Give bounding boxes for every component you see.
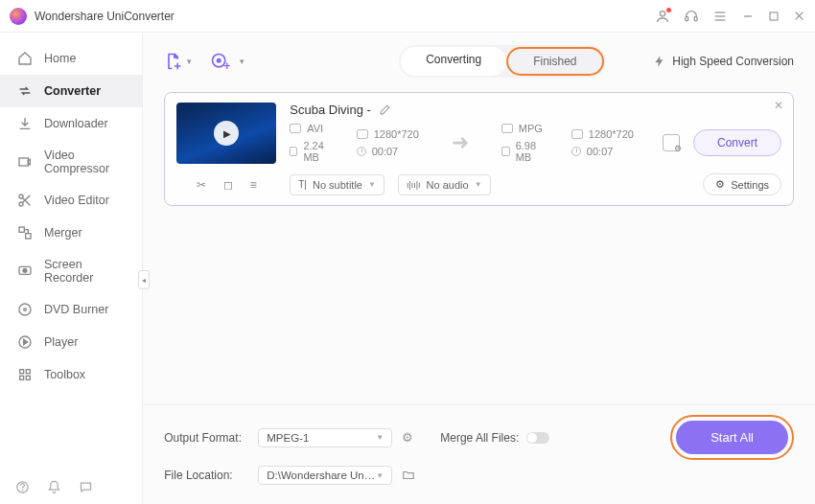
open-folder-icon[interactable] [402, 469, 415, 482]
add-disc-button[interactable]: +▼ [210, 52, 245, 71]
sidebar: HomeConverterDownloaderVideo CompressorV… [0, 33, 143, 504]
dst-size: 6.98 MB [516, 140, 543, 163]
more-icon[interactable]: ≡ [250, 178, 257, 192]
dst-res: 1280*720 [589, 128, 634, 140]
convert-button[interactable]: Convert [693, 129, 781, 156]
clock-icon [571, 147, 581, 156]
merge-icon [17, 225, 33, 241]
sidebar-item-label: Home [44, 52, 76, 65]
sidebar-item-video-compressor[interactable]: Video Compressor [0, 140, 142, 184]
audio-value: No audio [427, 179, 469, 191]
play-icon: ▶ [214, 121, 239, 146]
sidebar-item-label: Video Editor [44, 194, 109, 207]
sidebar-item-player[interactable]: Player [0, 326, 142, 358]
crop-icon[interactable]: ◻ [223, 178, 233, 192]
card-close-icon[interactable]: ✕ [774, 99, 783, 112]
sidebar-item-label: DVD Burner [44, 303, 108, 316]
sidebar-item-downloader[interactable]: Downloader [0, 107, 142, 140]
svg-rect-1 [686, 16, 688, 20]
maximize-icon[interactable] [768, 11, 780, 22]
sidebar-item-label: Toolbox [44, 368, 85, 381]
output-format-dropdown[interactable]: MPEG-1▼ [258, 428, 392, 447]
sidebar-item-converter[interactable]: Converter [0, 75, 142, 107]
sidebar-item-label: Player [44, 335, 78, 349]
headset-icon[interactable] [684, 9, 699, 24]
add-file-button[interactable]: ▼ [164, 52, 193, 71]
titlebar: Wondershare UniConverter [0, 0, 815, 33]
output-format-label: Output Format: [164, 431, 248, 445]
dst-dur: 00:07 [587, 146, 614, 157]
user-icon[interactable] [655, 9, 670, 24]
bolt-icon [653, 55, 666, 68]
sidebar-item-home[interactable]: Home [0, 42, 142, 75]
help-icon[interactable] [15, 480, 30, 494]
svg-rect-14 [26, 234, 31, 239]
folder-icon [290, 147, 297, 156]
grid-icon [17, 367, 33, 382]
subtitle-icon: T| [298, 179, 307, 190]
tab-converting[interactable]: Converting [401, 47, 506, 76]
svg-point-27 [218, 59, 221, 62]
res-icon [571, 129, 583, 139]
play-icon [17, 334, 33, 350]
tab-group: Converting Finished [399, 45, 605, 78]
svg-point-12 [19, 202, 23, 206]
subtitle-value: No subtitle [313, 179, 362, 191]
svg-rect-22 [20, 376, 24, 379]
clock-icon [357, 147, 366, 156]
compress-icon [17, 154, 33, 170]
convert-icon [17, 83, 33, 99]
menu-icon[interactable] [712, 9, 728, 24]
svg-rect-20 [20, 370, 24, 374]
home-icon [17, 51, 33, 66]
subtitle-dropdown[interactable]: T| No subtitle ▼ [290, 174, 384, 195]
audio-dropdown[interactable]: ı|ıı|ı No audio ▼ [398, 174, 491, 195]
sidebar-item-dvd-burner[interactable]: DVD Burner [0, 293, 142, 326]
file-location-dropdown[interactable]: D:\Wondershare UniConverter▼ [258, 466, 392, 485]
sidebar-item-toolbox[interactable]: Toolbox [0, 358, 142, 391]
svg-rect-13 [19, 227, 24, 232]
res-icon [357, 129, 368, 139]
src-format: AVI [307, 123, 323, 134]
scissors-icon [17, 193, 33, 208]
svg-rect-23 [26, 376, 30, 379]
merge-switch[interactable] [526, 432, 549, 444]
tab-finished[interactable]: Finished [506, 47, 603, 76]
sidebar-item-label: Converter [44, 84, 101, 98]
format-icon [501, 124, 513, 133]
svg-point-18 [24, 309, 27, 311]
bell-icon[interactable] [47, 480, 61, 494]
merge-label: Merge All Files: [440, 431, 519, 445]
feedback-icon[interactable] [79, 480, 93, 494]
arrow-icon: ➜ [448, 130, 473, 155]
sidebar-item-video-editor[interactable]: Video Editor [0, 184, 142, 217]
start-all-button[interactable]: Start All [676, 421, 788, 454]
sidebar-item-label: Downloader [44, 117, 108, 130]
src-dur: 00:07 [372, 146, 399, 157]
format-gear-icon[interactable]: ⚙ [402, 430, 413, 445]
download-icon [17, 116, 33, 131]
dst-format: MPG [519, 123, 543, 134]
svg-rect-10 [19, 158, 28, 166]
sidebar-item-merger[interactable]: Merger [0, 217, 142, 249]
high-speed-toggle[interactable]: High Speed Conversion [653, 55, 794, 68]
sidebar-item-screen-recorder[interactable]: Screen Recorder [0, 249, 142, 293]
settings-button[interactable]: ⚙ Settings [703, 173, 781, 195]
svg-point-16 [23, 268, 27, 272]
svg-rect-2 [694, 16, 697, 20]
target-format-icon[interactable] [663, 134, 680, 151]
sidebar-item-label: Screen Recorder [44, 258, 125, 285]
minimize-icon[interactable] [741, 10, 755, 23]
app-title: Wondershare UniConverter [35, 10, 175, 23]
cut-icon[interactable]: ✂ [197, 178, 206, 192]
video-title: Scuba Diving - [290, 103, 371, 117]
format-icon [290, 124, 301, 133]
edit-title-icon[interactable] [379, 103, 391, 116]
svg-point-0 [660, 11, 664, 15]
footer: Output Format: MPEG-1▼ ⚙ Merge All Files… [143, 404, 815, 504]
src-res: 1280*720 [374, 128, 419, 140]
collapse-handle[interactable]: ◂ [138, 270, 150, 289]
video-thumbnail[interactable]: ▶ [176, 103, 276, 164]
close-icon[interactable] [793, 10, 805, 22]
file-location-label: File Location: [164, 469, 248, 482]
